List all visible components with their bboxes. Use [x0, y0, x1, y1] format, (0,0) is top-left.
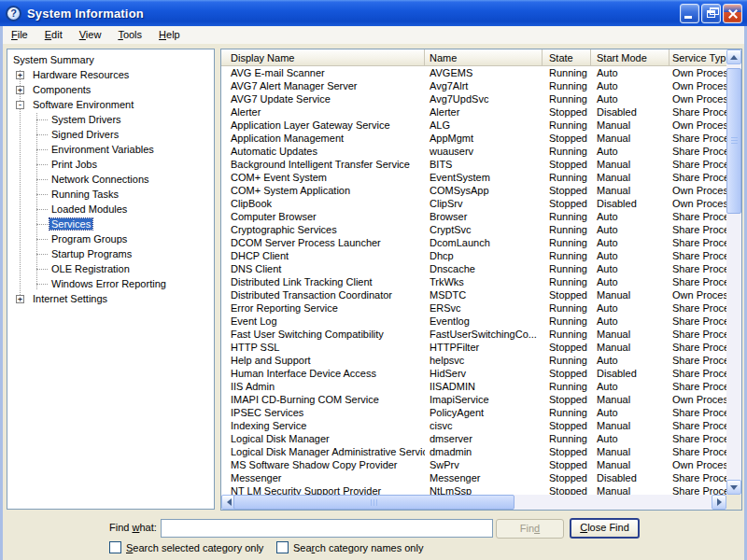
table-row[interactable]: Application ManagementAppMgmtStoppedManu…: [221, 132, 726, 145]
table-row[interactable]: AlerterAlerterStoppedDisabledShare Proce: [221, 105, 726, 119]
column-header-service-type[interactable]: Service Typ: [669, 49, 726, 66]
horizontal-scroll-thumb[interactable]: [233, 495, 514, 510]
menu-view[interactable]: View: [71, 27, 110, 43]
cell-start-mode: Auto: [591, 145, 669, 158]
tree-item-environment-variables[interactable]: Environment Variables: [7, 142, 214, 157]
table-row[interactable]: AVG7 Alert Manager ServerAvg7AlrtRunning…: [221, 79, 726, 92]
table-row[interactable]: Automatic UpdateswuauservRunningAutoShar…: [221, 145, 726, 158]
table-row[interactable]: Logical Disk ManagerdmserverRunningAutoS…: [221, 432, 726, 445]
arrow-right-icon: [717, 498, 722, 506]
table-row[interactable]: IPSEC ServicesPolicyAgentRunningAutoShar…: [221, 406, 726, 419]
tree-item-software-environment[interactable]: -Software Environment: [7, 97, 214, 112]
table-row[interactable]: Application Layer Gateway ServiceALGRunn…: [221, 119, 726, 132]
tree-item-windows-error-reporting[interactable]: Windows Error Reporting: [7, 276, 214, 291]
scroll-up-button[interactable]: [726, 49, 741, 64]
tree-item-network-connections[interactable]: Network Connections: [7, 172, 214, 187]
table-row[interactable]: Computer BrowserBrowserRunningAutoShare …: [221, 210, 726, 223]
table-row[interactable]: ClipBookClipSrvStoppedDisabledOwn Proces: [221, 197, 726, 210]
table-row[interactable]: Cryptographic ServicesCryptSvcRunningAut…: [221, 223, 726, 236]
cell-name: PolicyAgent: [425, 406, 543, 419]
cell-display-name: DHCP Client: [221, 249, 425, 262]
table-row[interactable]: HTTP SSLHTTPFilterStoppedManualShare Pro…: [221, 341, 726, 354]
table-row[interactable]: Distributed Link Tracking ClientTrkWksRu…: [221, 275, 726, 288]
tree-item-startup-programs[interactable]: Startup Programs: [7, 246, 214, 261]
menu-tools[interactable]: Tools: [109, 27, 150, 43]
tree-item-label: Network Connections: [49, 174, 151, 185]
tree-item-system-summary[interactable]: System Summary: [7, 52, 214, 67]
minimize-icon: [684, 16, 692, 19]
scroll-right-button[interactable]: [712, 495, 726, 510]
tree-item-signed-drivers[interactable]: Signed Drivers: [7, 127, 214, 142]
table-row[interactable]: COM+ System ApplicationCOMSysAppStoppedM…: [221, 184, 726, 197]
restore-button[interactable]: [701, 4, 721, 23]
table-row[interactable]: Distributed Transaction CoordinatorMSDTC…: [221, 288, 726, 301]
window-title: System Information: [27, 7, 144, 21]
table-row[interactable]: IMAPI CD-Burning COM ServiceImapiService…: [221, 393, 726, 406]
tree-item-running-tasks[interactable]: Running Tasks: [7, 187, 214, 202]
column-header-state[interactable]: State: [543, 49, 591, 66]
close-find-button[interactable]: Close Find: [570, 518, 640, 539]
table-row[interactable]: Human Interface Device AccessHidServStop…: [221, 367, 726, 380]
vertical-scrollbar[interactable]: [726, 49, 741, 495]
cell-service-type: Share Proce: [669, 484, 726, 495]
menu-file[interactable]: File: [3, 27, 36, 43]
table-row[interactable]: MessengerMessengerStoppedDisabledShare P…: [221, 471, 726, 484]
table-row[interactable]: Fast User Switching CompatibilityFastUse…: [221, 328, 726, 341]
find-button[interactable]: Find: [496, 519, 564, 539]
table-row[interactable]: Error Reporting ServiceERSvcRunningAutoS…: [221, 301, 726, 315]
tree-item-hardware-resources[interactable]: +Hardware Resources: [7, 67, 214, 82]
table-row[interactable]: DCOM Server Process LauncherDcomLaunchRu…: [221, 236, 726, 249]
table-row[interactable]: Background Intelligent Transfer ServiceB…: [221, 158, 726, 171]
cell-service-type: Share Proce: [669, 105, 726, 119]
tree-item-program-groups[interactable]: Program Groups: [7, 231, 214, 246]
table-row[interactable]: COM+ Event SystemEventSystemRunningManua…: [221, 171, 726, 184]
close-button[interactable]: [723, 4, 742, 23]
minimize-button[interactable]: [680, 4, 699, 23]
column-header-display-name[interactable]: Display Name: [221, 49, 425, 66]
column-header-name[interactable]: Name: [425, 49, 543, 66]
tree-item-ole-registration[interactable]: OLE Registration: [7, 261, 214, 276]
vertical-scroll-thumb[interactable]: [726, 68, 741, 214]
scroll-down-button[interactable]: [726, 480, 741, 495]
cell-start-mode: Auto: [591, 236, 669, 249]
table-row[interactable]: MS Software Shadow Copy ProviderSwPrvSto…: [221, 458, 726, 471]
menu-help[interactable]: Help: [150, 27, 189, 43]
cell-name: HTTPFilter: [425, 341, 543, 354]
table-row[interactable]: Indexing ServicecisvcStoppedManualShare …: [221, 419, 726, 432]
tree-item-system-drivers[interactable]: System Drivers: [7, 112, 214, 127]
table-row[interactable]: Help and SupporthelpsvcRunningAutoShare …: [221, 354, 726, 367]
table-row[interactable]: AVG7 Update ServiceAvg7UpdSvcRunningAuto…: [221, 92, 726, 105]
window-border-left: [0, 26, 3, 560]
table-row[interactable]: DNS ClientDnscacheRunningAutoShare Proce: [221, 262, 726, 275]
search-category-names-checkbox[interactable]: [276, 541, 289, 553]
search-selected-category-checkbox[interactable]: [109, 541, 121, 553]
cell-service-type: Share Proce: [669, 367, 726, 380]
table-row[interactable]: NT LM Security Support ProviderNtLmSspSt…: [221, 484, 726, 495]
column-header-start-mode[interactable]: Start Mode: [591, 49, 669, 66]
cell-service-type: Share Proce: [669, 171, 726, 184]
cell-name: NtLmSsp: [425, 484, 543, 495]
tree-item-components[interactable]: +Components: [7, 82, 214, 97]
cell-state: Running: [543, 92, 591, 105]
cell-name: MSDTC: [425, 288, 543, 301]
horizontal-scrollbar[interactable]: [221, 495, 726, 510]
table-row[interactable]: Event LogEventlogRunningAutoShare Proce: [221, 315, 726, 328]
tree-item-services[interactable]: Services: [7, 217, 214, 231]
expand-plus-icon[interactable]: +: [16, 71, 24, 79]
expand-plus-icon[interactable]: +: [16, 295, 24, 303]
cell-start-mode: Manual: [591, 171, 669, 184]
tree-item-loaded-modules[interactable]: Loaded Modules: [7, 202, 214, 217]
expand-plus-icon[interactable]: +: [16, 86, 24, 94]
table-row[interactable]: AVG E-mail ScannerAVGEMSRunningAutoOwn P…: [221, 66, 726, 79]
cell-start-mode: Auto: [591, 262, 669, 275]
table-row[interactable]: Logical Disk Manager Administrative Serv…: [221, 445, 726, 458]
table-row[interactable]: DHCP ClientDhcpRunningAutoShare Proce: [221, 249, 726, 262]
tree-item-print-jobs[interactable]: Print Jobs: [7, 157, 214, 172]
find-input[interactable]: [161, 519, 493, 538]
tree-item-label: Program Groups: [49, 233, 129, 245]
tree-item-internet-settings[interactable]: +Internet Settings: [7, 291, 214, 306]
table-row[interactable]: IIS AdminIISADMINRunningAutoShare Proce: [221, 380, 726, 393]
menu-edit[interactable]: Edit: [36, 27, 71, 43]
collapse-minus-icon[interactable]: -: [16, 101, 24, 109]
cell-name: Avg7UpdSvc: [425, 92, 543, 105]
